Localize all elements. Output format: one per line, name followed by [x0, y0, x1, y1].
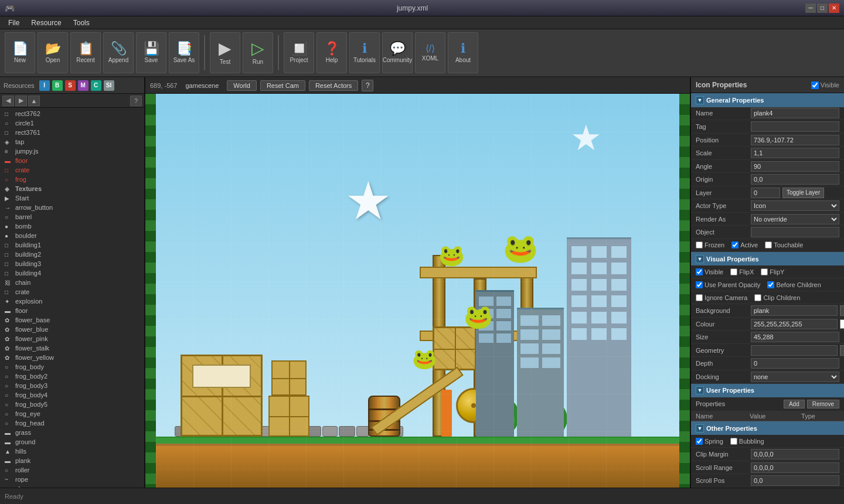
render-as-select[interactable]: No override [751, 214, 839, 224]
tree-item[interactable]: ○circle1 [0, 118, 144, 128]
origin-input[interactable] [751, 174, 839, 185]
tree-btn-right[interactable]: ▶ [15, 96, 27, 106]
position-input[interactable] [751, 135, 839, 145]
tree-item[interactable]: ○frog_body3 [0, 381, 144, 390]
flipx-checkbox[interactable] [730, 268, 737, 275]
background-input[interactable] [751, 305, 838, 316]
tree-item[interactable]: ✿flower_base [0, 315, 144, 325]
tree-list[interactable]: □rect3762○circle1□rect3761◈tap≡jumpy.js▬… [0, 108, 144, 488]
scene-help-button[interactable]: ? [362, 80, 373, 91]
geometry-locate-button[interactable]: Locate [840, 345, 844, 356]
tree-item[interactable]: ◈tap [0, 137, 144, 147]
new-button[interactable]: 📄 New [5, 32, 35, 73]
tree-item[interactable]: ○frog_eye [0, 409, 144, 418]
angle-input[interactable] [751, 161, 839, 172]
user-props-header[interactable]: ▼ User Properties [691, 384, 844, 397]
tree-item[interactable]: ○frog_body5 [0, 400, 144, 409]
tree-item[interactable]: ▬plank [0, 456, 144, 465]
tree-item[interactable]: ◈Textures [0, 184, 144, 193]
tree-item[interactable]: ✿flower_pink [0, 334, 144, 343]
bubbling-checkbox[interactable] [730, 438, 737, 445]
tutorials-button[interactable]: ℹ Tutorials [349, 32, 380, 73]
tree-item[interactable]: ▬ground [0, 437, 144, 447]
before-children-checkbox[interactable] [767, 281, 774, 288]
tree-help-button[interactable]: ? [130, 96, 142, 106]
menu-resource[interactable]: Resource [25, 18, 67, 28]
tree-item[interactable]: ○frog [0, 175, 144, 184]
open-button[interactable]: 📂 Open [38, 32, 68, 73]
scroll-pos-input[interactable] [751, 475, 839, 486]
tree-item[interactable]: ≡jumpy.js [0, 147, 144, 156]
vis-visible-checkbox[interactable] [696, 268, 703, 275]
size-input[interactable] [751, 332, 839, 342]
tree-item[interactable]: □building1 [0, 240, 144, 250]
tree-item[interactable]: ●boulder [0, 231, 144, 240]
menu-tools[interactable]: Tools [67, 18, 96, 28]
community-button[interactable]: 💬 Community [382, 32, 413, 73]
tree-item[interactable]: □building4 [0, 268, 144, 278]
tree-item[interactable]: ▬grass [0, 428, 144, 437]
other-props-header[interactable]: ▼ Other Properties [691, 421, 844, 435]
touchable-checkbox[interactable] [765, 241, 772, 248]
test-button[interactable]: ▶ Test [210, 32, 240, 73]
append-button[interactable]: 📎 Append [103, 32, 134, 73]
tree-item[interactable]: ✿flower_blue [0, 325, 144, 334]
tree-item[interactable]: ▬floor [0, 156, 144, 165]
tree-item[interactable]: ○frog_body2 [0, 372, 144, 381]
xoml-button[interactable]: ⟨/⟩ XOML [415, 32, 445, 73]
tree-item[interactable]: ▬floor [0, 306, 144, 315]
tree-item[interactable]: ○frog_body [0, 362, 144, 372]
recent-button[interactable]: 📋 Recent [70, 32, 101, 73]
tree-item[interactable]: ●bomb [0, 222, 144, 231]
res-badge-si[interactable]: SI [104, 80, 114, 91]
docking-select[interactable]: none top bottom left right [751, 372, 839, 382]
scene-canvas[interactable]: ★ ★ [145, 94, 690, 488]
name-input[interactable] [751, 108, 839, 118]
tree-item[interactable]: ◻sky [0, 484, 144, 488]
remove-property-button[interactable]: Remove [807, 400, 839, 408]
tree-item[interactable]: ○frog_body4 [0, 390, 144, 400]
window-minimize[interactable]: ─ [805, 4, 816, 13]
visual-collapse-btn[interactable]: ▼ [696, 255, 704, 263]
tree-item[interactable]: □rect3762 [0, 109, 144, 118]
tree-item[interactable]: ▲hills [0, 447, 144, 456]
run-button[interactable]: ▷ Run [243, 32, 273, 73]
spring-checkbox[interactable] [696, 438, 703, 445]
visible-checkbox[interactable] [811, 81, 819, 89]
about-button[interactable]: ℹ About [448, 32, 478, 73]
background-locate-button[interactable]: Locate [840, 305, 844, 316]
res-badge-s[interactable]: S [65, 80, 76, 91]
res-badge-b[interactable]: B [52, 80, 63, 91]
clip-margin-input[interactable] [751, 449, 839, 459]
tree-item[interactable]: ○frog_head [0, 418, 144, 428]
tree-item[interactable]: □rect3761 [0, 128, 144, 137]
saveas-button[interactable]: 📑 Save As [169, 32, 199, 73]
scroll-range-input[interactable] [751, 462, 839, 473]
toggle-layer-button[interactable]: Toggle Layer [782, 188, 824, 198]
tree-item[interactable]: ~rope [0, 475, 144, 484]
res-badge-m[interactable]: M [78, 80, 89, 91]
tree-item[interactable]: ▶Start [0, 193, 144, 203]
tree-btn-up[interactable]: ▲ [28, 96, 40, 106]
other-collapse-btn[interactable]: ▼ [696, 424, 704, 433]
tree-item[interactable]: □crate [0, 287, 144, 297]
geometry-input[interactable] [751, 345, 838, 356]
tree-item[interactable]: □crate [0, 165, 144, 175]
add-property-button[interactable]: Add [784, 400, 805, 408]
colour-swatch[interactable] [840, 319, 844, 329]
window-maximize[interactable]: □ [817, 4, 828, 13]
tree-item[interactable]: ○roller [0, 465, 144, 475]
ignore-camera-checkbox[interactable] [696, 294, 703, 301]
tree-item[interactable]: →arrow_button [0, 203, 144, 212]
parent-opacity-checkbox[interactable] [696, 281, 703, 288]
object-input[interactable] [751, 227, 839, 237]
colour-input[interactable] [751, 319, 838, 329]
tree-item[interactable]: ✦explosion [0, 297, 144, 306]
actor-type-select[interactable]: Icon Sprite Label [751, 200, 839, 211]
menu-file[interactable]: File [2, 18, 25, 28]
active-checkbox[interactable] [731, 241, 738, 248]
flipy-checkbox[interactable] [761, 268, 768, 275]
tree-btn-left[interactable]: ◀ [2, 96, 14, 106]
tree-item[interactable]: ○barrel [0, 212, 144, 222]
general-props-header[interactable]: ▼ General Properties [691, 93, 844, 107]
